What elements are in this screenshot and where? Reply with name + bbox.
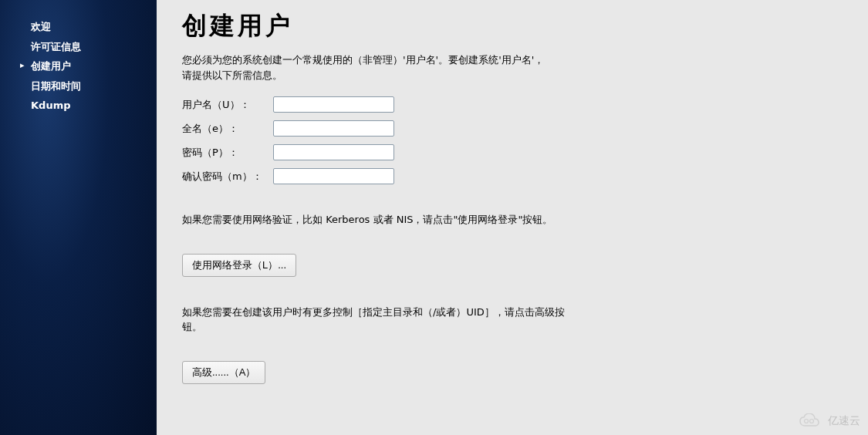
confirm-password-label: 确认密码（m）： [182,170,273,184]
password-label: 密码（P）： [182,146,273,160]
sidebar-item-welcome[interactable]: 欢迎 [0,17,157,37]
watermark-text: 亿速云 [828,414,860,428]
network-login-info: 如果您需要使用网络验证，比如 Kerberos 或者 NIS，请点击"使用网络登… [182,212,568,228]
svg-point-1 [810,420,814,423]
network-login-button[interactable]: 使用网络登录（L）... [182,254,296,277]
sidebar-item-kdump[interactable]: Kdump [0,96,157,116]
form-row-username: 用户名（U）： [182,96,845,113]
sidebar-item-label: 日期和时间 [31,80,81,92]
cloud-icon [799,413,823,429]
sidebar-item-label: 创建用户 [31,60,71,72]
password-input[interactable] [273,144,394,160]
sidebar-item-label: Kdump [31,99,71,111]
page-title: 创建用户 [182,9,845,43]
watermark: 亿速云 [799,413,860,429]
advanced-button[interactable]: 高级......（A） [182,361,265,384]
form-row-fullname: 全名（e）： [182,120,845,137]
username-input[interactable] [273,96,394,113]
username-label: 用户名（U）： [182,98,273,112]
sidebar-item-label: 许可证信息 [31,41,81,52]
fullname-label: 全名（e）： [182,122,273,136]
form-row-password: 密码（P）： [182,144,845,160]
sidebar-item-datetime[interactable]: 日期和时间 [0,76,157,96]
sidebar-item-license[interactable]: 许可证信息 [0,37,157,57]
main-content: 创建用户 您必须为您的系统创建一个常规使用的（非管理）'用户名'。要创建系统'用… [157,0,868,435]
svg-point-0 [805,420,809,423]
sidebar-item-label: 欢迎 [31,21,51,32]
sidebar-item-create-user[interactable]: 创建用户 [0,56,157,76]
fullname-input[interactable] [273,120,394,137]
advanced-info: 如果您需要在创建该用户时有更多控制［指定主目录和（/或者）UID］，请点击高级按… [182,305,568,335]
sidebar: 欢迎 许可证信息 创建用户 日期和时间 Kdump [0,0,157,435]
confirm-password-input[interactable] [273,168,394,184]
form-row-confirm: 确认密码（m）： [182,168,845,184]
page-description: 您必须为您的系统创建一个常规使用的（非管理）'用户名'。要创建系统'用户名'，请… [182,52,549,83]
